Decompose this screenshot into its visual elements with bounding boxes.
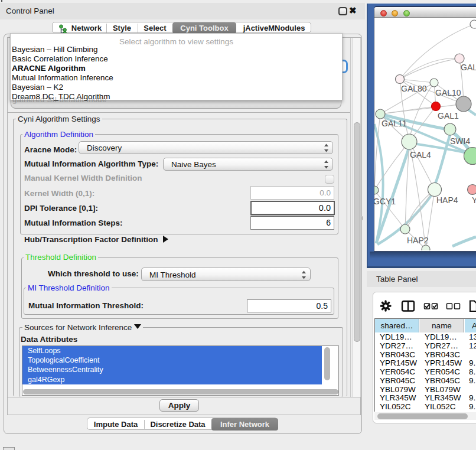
svg-text:GCY1: GCY1 [374,197,396,206]
svg-text:Y: Y [472,195,476,205]
svg-text:GAL1: GAL1 [438,111,459,120]
svg-text:GAL11: GAL11 [382,119,407,128]
svg-text:HAP2: HAP2 [407,236,429,245]
svg-text:GAL10: GAL10 [435,88,461,97]
svg-text:GAL4: GAL4 [410,150,431,159]
svg-text:SWI4: SWI4 [450,136,470,146]
svg-text:GAL80: GAL80 [401,84,427,93]
svg-text:GAL: GAL [461,63,476,72]
svg-text:HAP4: HAP4 [436,195,458,205]
